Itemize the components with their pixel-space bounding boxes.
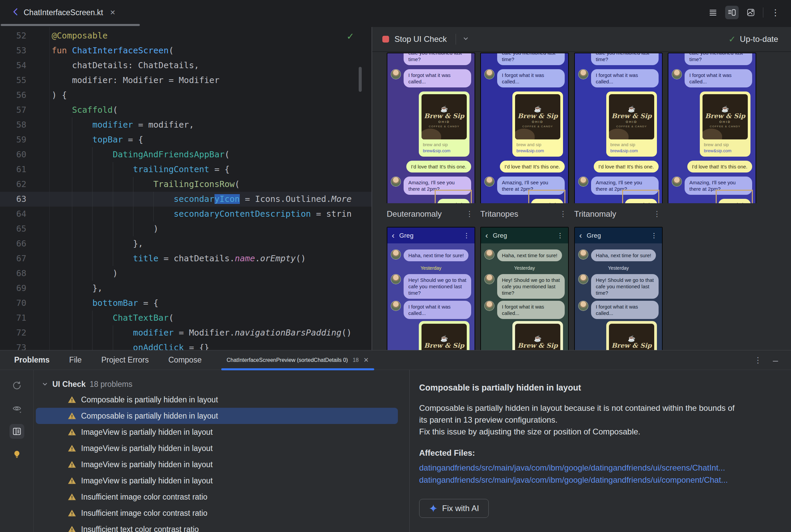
preview-configuration[interactable]: ‹Greg⋮Haha, next time for sure!Yesterday…: [574, 227, 663, 350]
affected-file-link[interactable]: datingandfriends/src/main/java/com/ibm/g…: [419, 474, 777, 486]
indent-guide: [92, 325, 93, 340]
preview-kebab-icon[interactable]: ⋮: [651, 210, 663, 218]
code-line[interactable]: 70 bottomBar = {: [0, 296, 371, 310]
code-line[interactable]: 54 chatDetails: ChatDetails,: [0, 58, 371, 73]
code-line[interactable]: 68 ): [0, 266, 371, 281]
shared-link-card[interactable]: ☕Brew & SipOHIDCOFFEE & CANDYbrew and si…: [606, 321, 657, 350]
stop-ui-check-button[interactable]: Stop UI Check: [382, 34, 447, 44]
problem-list-item[interactable]: ImageView is partially hidden in layout: [36, 456, 398, 473]
editor-tab[interactable]: ChatInterfaceScreen.kt ✕: [4, 0, 122, 25]
code-editor[interactable]: 52@Composable53fun ChatInterfaceScreen(5…: [0, 27, 371, 350]
code-line[interactable]: 63 secondaryIcon = Icons.Outlined.More: [0, 192, 371, 207]
card-site-url[interactable]: brew&sip.com: [516, 148, 559, 154]
preview-kebab-icon[interactable]: ⋮: [557, 210, 569, 218]
shared-link-card[interactable]: ☕Brew & SipOHIDCOFFEE & CANDYbrew and si…: [419, 321, 470, 350]
preview-details-toggle-icon[interactable]: [10, 424, 24, 439]
rerun-check-icon[interactable]: [10, 378, 24, 393]
preview-kebab-icon[interactable]: ⋮: [464, 210, 475, 218]
code-line[interactable]: 71 ChatTextBar(: [0, 310, 371, 325]
problem-list-item[interactable]: Composable is partially hidden in layout: [36, 392, 398, 408]
phone-preview[interactable]: Hey! Should we go to that cafe you menti…: [387, 53, 475, 203]
problem-list-item[interactable]: Insufficient image color contrast ratio: [36, 505, 398, 521]
code-token: = modifier,: [133, 120, 194, 130]
code-line[interactable]: 66 },: [0, 236, 371, 251]
code-line[interactable]: 57 Scaffold(: [0, 102, 371, 117]
phone-preview[interactable]: ‹Greg⋮Haha, next time for sure!Yesterday…: [574, 227, 663, 350]
preview-configuration[interactable]: Hey! Should we go to that cafe you menti…: [668, 53, 756, 203]
preview-configuration[interactable]: Hey! Should we go to that cafe you menti…: [574, 53, 663, 203]
back-icon[interactable]: ‹: [485, 232, 488, 240]
problems-group-header[interactable]: UI Check 18 problems: [41, 377, 409, 392]
preview-configuration[interactable]: ‹Greg⋮Haha, next time for sure!Yesterday…: [387, 227, 475, 350]
problem-list-item[interactable]: Insufficient image color contrast ratio: [36, 489, 398, 505]
avatar: [391, 274, 401, 284]
fix-with-ai-button[interactable]: Fix with AI: [419, 499, 489, 518]
problem-list-item[interactable]: ImageView is partially hidden in layout: [36, 424, 398, 440]
code-line[interactable]: 52@Composable: [0, 28, 371, 43]
card-site-url[interactable]: brew&sip.com: [704, 148, 747, 154]
problem-list-item[interactable]: ImageView is partially hidden in layout: [36, 440, 398, 456]
shared-link-card[interactable]: ☕Brew & SipOHIDCOFFEE & CANDYbrew and si…: [512, 321, 563, 350]
code-line[interactable]: 58 modifier = modifier,: [0, 117, 371, 132]
editor-scrollbar-thumb[interactable]: [359, 67, 362, 92]
code-line[interactable]: 56) {: [0, 88, 371, 102]
tab-compose[interactable]: Compose: [168, 356, 201, 365]
affected-files-label: Affected Files:: [419, 448, 777, 458]
view-options-eye-icon[interactable]: [10, 401, 24, 416]
code-line[interactable]: 72 modifier = Modifier.navigationBarsPad…: [0, 325, 371, 340]
phone-preview[interactable]: Hey! Should we go to that cafe you menti…: [480, 53, 569, 203]
inspections-ok-icon[interactable]: ✓: [347, 31, 354, 42]
code-line[interactable]: 59 topBar = {: [0, 132, 371, 147]
problem-list-item[interactable]: Insufficient text color contrast ratio: [36, 521, 398, 532]
menu-kebab-icon[interactable]: ⋮: [463, 232, 470, 239]
tab-file[interactable]: File: [69, 356, 82, 365]
chat-bubble: I forgot what it was called...: [404, 301, 471, 319]
preview-configuration[interactable]: ‹Greg⋮Haha, next time for sure!Yesterday…: [480, 227, 569, 350]
code-line[interactable]: 62 TrailingIconsRow(: [0, 177, 371, 192]
tab-project-errors[interactable]: Project Errors: [101, 356, 149, 365]
card-site-url[interactable]: brew&sip.com: [423, 148, 465, 154]
shared-link-card[interactable]: ☕Brew & SipOHIDCOFFEE & CANDYbrew and si…: [700, 92, 751, 157]
code-line[interactable]: 53fun ChatInterfaceScreen(: [0, 43, 371, 58]
close-tab-icon[interactable]: ✕: [110, 8, 115, 17]
code-view-icon[interactable]: [706, 6, 720, 19]
coffee-cup-photo: [609, 129, 628, 139]
phone-preview[interactable]: Hey! Should we go to that cafe you menti…: [668, 53, 756, 203]
code-line[interactable]: 65 ): [0, 222, 371, 236]
back-icon[interactable]: ‹: [579, 232, 582, 240]
affected-file-link[interactable]: datingandfriends/src/main/java/com/ibm/g…: [419, 462, 777, 474]
preview-configuration[interactable]: Hey! Should we go to that cafe you menti…: [480, 53, 569, 203]
card-site-url[interactable]: brew&sip.com: [610, 148, 653, 154]
design-view-icon[interactable]: [744, 6, 758, 19]
menu-kebab-icon[interactable]: ⋮: [651, 232, 658, 239]
shared-link-card[interactable]: ☕Brew & SipOHIDCOFFEE & CANDYbrew and si…: [606, 92, 657, 157]
card-site-name: brew and sip: [610, 142, 653, 148]
code-line[interactable]: 64 secondaryContentDescription = strin: [0, 207, 371, 222]
minimize-panel-icon[interactable]: [771, 356, 779, 365]
close-tab-icon[interactable]: ✕: [363, 356, 369, 364]
split-view-icon[interactable]: [725, 6, 739, 19]
shared-link-card[interactable]: ☕Brew & SipOHIDCOFFEE & CANDYbrew and si…: [512, 92, 563, 157]
chat-message-row: Hey! Should we go to that cafe you menti…: [672, 53, 752, 65]
quick-fix-bulb-icon[interactable]: [10, 447, 24, 462]
problem-list-item[interactable]: ImageView is partially hidden in layout: [36, 473, 398, 489]
more-options-icon[interactable]: ⋮: [769, 6, 782, 19]
code-token: navigationBarsPadding: [235, 328, 342, 338]
code-line[interactable]: 69 },: [0, 281, 371, 296]
code-line[interactable]: 55 modifier: Modifier = Modifier: [0, 73, 371, 88]
code-line[interactable]: 67 title = chatDetails.name.orEmpty(): [0, 251, 371, 266]
chevron-down-icon[interactable]: [462, 35, 470, 43]
phone-preview[interactable]: Hey! Should we go to that cafe you menti…: [574, 53, 663, 203]
code-line[interactable]: 60 DatingAndFriendsAppBar(: [0, 147, 371, 162]
shared-link-card[interactable]: ☕Brew & SipOHIDCOFFEE & CANDYbrew and si…: [419, 92, 470, 157]
preview-configuration[interactable]: Hey! Should we go to that cafe you menti…: [387, 53, 475, 203]
code-line[interactable]: 73 onAddClick = {}: [0, 340, 371, 350]
code-line[interactable]: 61 trailingContent = {: [0, 162, 371, 177]
menu-kebab-icon[interactable]: ⋮: [557, 232, 564, 239]
tab-ui-check-active[interactable]: ChatInterfaceScreenPreview (sortedChatDe…: [221, 350, 374, 370]
back-icon[interactable]: ‹: [392, 232, 394, 240]
panel-options-icon[interactable]: ⋮: [754, 356, 762, 365]
phone-preview[interactable]: ‹Greg⋮Haha, next time for sure!Yesterday…: [480, 227, 569, 350]
problem-list-item[interactable]: Composable is partially hidden in layout: [36, 408, 398, 424]
phone-preview[interactable]: ‹Greg⋮Haha, next time for sure!Yesterday…: [387, 227, 475, 350]
